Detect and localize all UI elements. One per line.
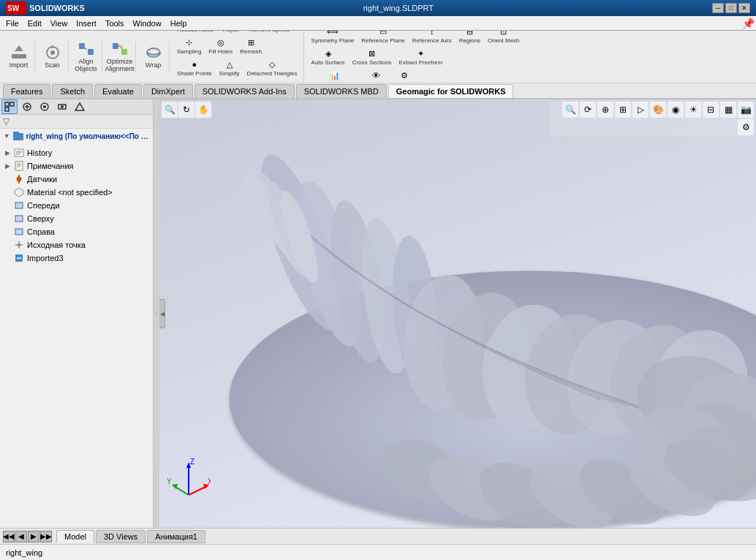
- svg-point-5: [50, 50, 55, 55]
- svg-marker-37: [15, 188, 23, 197]
- menu-tools[interactable]: Tools: [101, 18, 129, 29]
- pan-button[interactable]: ✋: [195, 102, 211, 118]
- tab-geomagic[interactable]: Geomagic for SOLIDWORKS: [388, 84, 514, 98]
- menu-view[interactable]: View: [46, 18, 72, 29]
- vp-camera-button[interactable]: 📷: [738, 102, 754, 118]
- tab-sketch[interactable]: Sketch: [52, 84, 93, 98]
- property-manager-button[interactable]: [19, 99, 35, 114]
- simplify-label: Simplify: [219, 70, 240, 77]
- tab-features[interactable]: Features: [3, 84, 50, 98]
- tree-item-sensors[interactable]: ▶ Датчики: [0, 173, 153, 186]
- panel-collapse-handle[interactable]: ◀: [159, 299, 165, 328]
- feature-tree-button[interactable]: [1, 99, 18, 114]
- toolbar-right-group: ⟺ Symmetry Plane ▭ Reference Plane ↕ Ref…: [306, 31, 526, 83]
- minimize-button[interactable]: ─: [712, 3, 724, 13]
- sampling-button[interactable]: ⊹ Sampling: [174, 35, 204, 56]
- configuration-manager-button[interactable]: [37, 99, 53, 114]
- tree-item-notes[interactable]: ▶ Примечания: [0, 159, 153, 173]
- align-objects-button[interactable]: Align Objects: [72, 43, 100, 71]
- settings-button[interactable]: ⚙ Settings: [390, 68, 417, 83]
- reference-axis-button[interactable]: ↕ Reference Axis: [409, 31, 455, 45]
- vp-pan-button[interactable]: ⊞: [615, 102, 631, 118]
- bottom-tab-animation1[interactable]: Анимация1: [147, 530, 205, 543]
- vp-display-button[interactable]: ◉: [668, 102, 684, 118]
- vp-render-button[interactable]: ☀: [685, 102, 701, 118]
- vp-flythrough-button[interactable]: ▷: [632, 102, 649, 118]
- remesh-button[interactable]: ⊞ Remesh: [237, 35, 265, 56]
- dim-xpert-manager-button[interactable]: [54, 99, 70, 114]
- filter-bar: ▽: [0, 115, 153, 129]
- reference-plane-button[interactable]: ▭ Reference Plane: [358, 31, 408, 45]
- vp-settings-button[interactable]: ⚙: [738, 119, 754, 135]
- svg-rect-11: [121, 49, 127, 55]
- sampling-label: Sampling: [177, 48, 201, 55]
- fill-holes-button[interactable]: ◎ Fill Holes: [205, 35, 235, 56]
- vp-appearance-button[interactable]: 🎨: [650, 102, 666, 118]
- show-button[interactable]: 👁 Show: [363, 68, 389, 83]
- svg-text:X: X: [208, 477, 211, 485]
- remove-spikes-button[interactable]: ⋀ Remove Spikes: [246, 31, 292, 34]
- tab-evaluate[interactable]: Evaluate: [94, 84, 142, 98]
- title-bar-controls[interactable]: ─ □ ✕: [712, 3, 750, 13]
- repair-button[interactable]: 🔧 Repair: [218, 31, 244, 34]
- zoom-to-fit-button[interactable]: 🔍: [162, 102, 178, 118]
- menu-window[interactable]: Window: [129, 18, 166, 29]
- wrap-button[interactable]: Wrap: [140, 43, 167, 71]
- nav-last-button[interactable]: ▶▶: [40, 531, 52, 542]
- simplify-button[interactable]: △ Simplify: [216, 57, 243, 78]
- menu-insert[interactable]: Insert: [72, 18, 101, 29]
- scan-button[interactable]: Scan: [39, 43, 67, 71]
- tree-item-material[interactable]: ▶ Material <not specified>: [0, 186, 153, 199]
- cross-sections-label: Cross Sections: [352, 59, 392, 66]
- nav-next-button[interactable]: ▶: [28, 531, 39, 542]
- auto-surface-button[interactable]: ◈ Auto Surface: [309, 46, 348, 67]
- close-button[interactable]: ✕: [738, 3, 750, 13]
- detached-triangles-button[interactable]: ◇ Detached Triangles: [244, 57, 300, 78]
- panel-separator[interactable]: ⋮: [154, 99, 159, 528]
- tab-dimxpert[interactable]: DimXpert: [143, 84, 193, 98]
- detached-triangles-label: Detached Triangles: [247, 70, 298, 77]
- tree-root-item[interactable]: ▼ right_wing (По умолчанию<<По умолча: [0, 129, 153, 143]
- display-manager-button[interactable]: [72, 99, 88, 114]
- tree-item-imported3[interactable]: ▶ Imported3: [0, 251, 153, 265]
- bottom-tab-3d-views[interactable]: 3D Views: [96, 530, 145, 543]
- menu-file[interactable]: File: [1, 18, 23, 29]
- vp-view-button[interactable]: ▦: [720, 102, 736, 118]
- tree-item-front[interactable]: ▶ Спереди: [0, 199, 153, 212]
- fill-holes-icon: ◎: [215, 37, 227, 48]
- bottom-tab-model[interactable]: Model: [56, 530, 94, 543]
- menu-help[interactable]: Help: [166, 18, 192, 29]
- rotate-button[interactable]: ↻: [178, 102, 194, 118]
- deviation-analysis-button[interactable]: 📊 Deviation Analysis: [309, 68, 362, 83]
- svg-rect-39: [15, 216, 23, 222]
- viewport[interactable]: Z X Y 🔍 ↻ ✋ 🔍 ⟳ ⊕ ⊞ ▷ 🎨 ◉: [159, 99, 756, 528]
- menu-edit[interactable]: Edit: [23, 18, 46, 29]
- import-button[interactable]: Import: [5, 43, 33, 71]
- orient-mesh-button[interactable]: ⊡ Orient Mesh: [485, 31, 523, 45]
- notes-expander: ▶: [3, 162, 12, 170]
- viewport-right-toolbar: 🔍 ⟳ ⊕ ⊞ ▷ 🎨 ◉ ☀ ⊟ ▦ 📷 ⚙: [550, 101, 755, 136]
- menu-pin-icon[interactable]: 📌: [742, 18, 755, 29]
- regions-button[interactable]: ⊟ Regions: [456, 31, 483, 45]
- tab-addins[interactable]: SOLIDWORKS Add-Ins: [194, 84, 295, 98]
- symmetry-plane-button[interactable]: ⟺ Symmetry Plane: [309, 31, 358, 45]
- optimize-alignment-button[interactable]: Optimize Alignment: [106, 43, 134, 71]
- tree-item-history[interactable]: ▶ History: [0, 146, 153, 159]
- tree-item-right[interactable]: ▶ Справа: [0, 225, 153, 238]
- cross-sections-button[interactable]: ⊠ Cross Sections: [349, 46, 395, 67]
- vp-zoom-button[interactable]: ⊕: [597, 102, 613, 118]
- reduce-noise-button[interactable]: ≈ Reduce Noise: [174, 31, 216, 34]
- bottom-tabs-bar: ◀◀ ◀ ▶ ▶▶ Model 3D Views Анимация1: [0, 528, 756, 544]
- tree-item-origin[interactable]: ▶ Исходная точка: [0, 238, 153, 251]
- simplify-icon: △: [224, 58, 235, 70]
- tab-mbd[interactable]: SOLIDWORKS MBD: [296, 84, 387, 98]
- nav-prev-button[interactable]: ◀: [15, 531, 27, 542]
- vp-rotate-button[interactable]: ⟳: [580, 102, 596, 118]
- extract-freeform-button[interactable]: ✦ Extract Freeform: [396, 46, 446, 67]
- tree-item-top[interactable]: ▶ Сверху: [0, 212, 153, 225]
- shade-points-button[interactable]: ● Shade Points: [174, 57, 215, 78]
- maximize-button[interactable]: □: [725, 3, 737, 13]
- vp-filter-button[interactable]: ⊟: [703, 102, 719, 118]
- nav-first-button[interactable]: ◀◀: [3, 531, 15, 542]
- vp-search-button[interactable]: 🔍: [562, 102, 578, 118]
